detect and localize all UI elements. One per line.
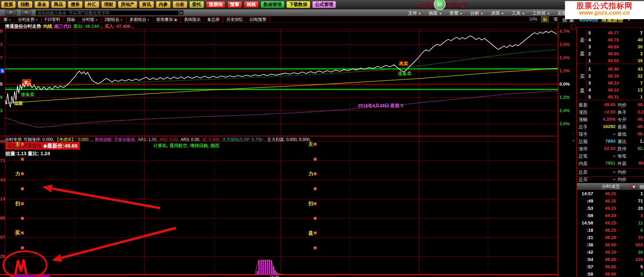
hand-drawn-annotations (0, 0, 644, 277)
app-window: 股票指数基金商品债券外汇理财房地产资讯内参分析委托股票池预警画线数据管理下载数据… (0, 0, 644, 277)
